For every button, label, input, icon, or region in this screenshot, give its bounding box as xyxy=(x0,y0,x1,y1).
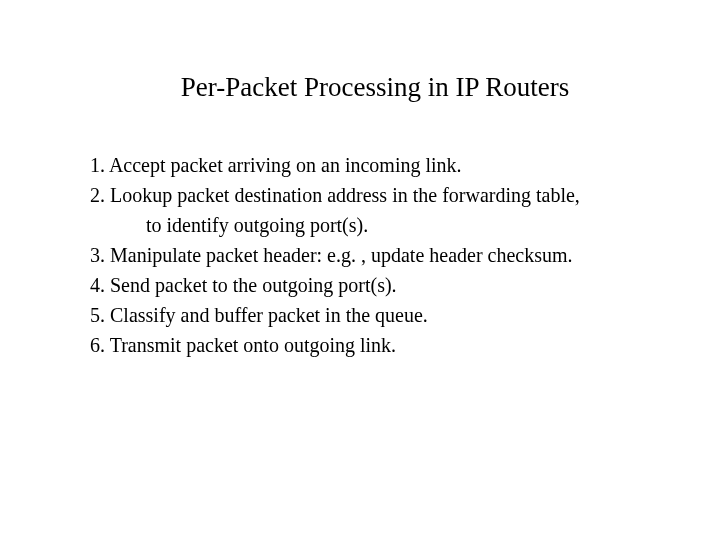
steps-list: 1. Accept packet arriving on an incoming… xyxy=(90,151,630,360)
list-item: 2. Lookup packet destination address in … xyxy=(90,181,630,210)
list-item: 6. Transmit packet onto outgoing link. xyxy=(90,331,630,360)
list-item: 4. Send packet to the outgoing port(s). xyxy=(90,271,630,300)
list-item: 3. Manipulate packet header: e.g. , upda… xyxy=(90,241,630,270)
list-item: 5. Classify and buffer packet in the que… xyxy=(90,301,630,330)
slide-container: Per-Packet Processing in IP Routers 1. A… xyxy=(0,0,720,360)
list-item-continuation: to identify outgoing port(s). xyxy=(90,211,630,240)
list-item: 1. Accept packet arriving on an incoming… xyxy=(90,151,630,180)
slide-title: Per-Packet Processing in IP Routers xyxy=(120,72,630,103)
